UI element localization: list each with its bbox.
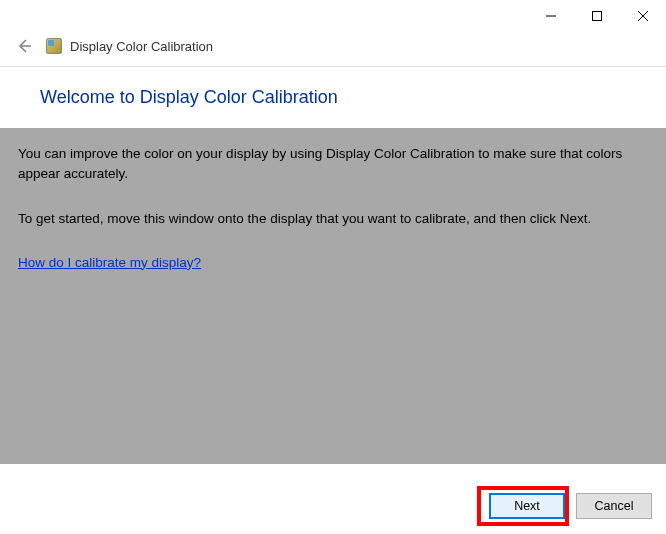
close-button[interactable]: [620, 1, 666, 31]
intro-paragraph-1: You can improve the color on your displa…: [18, 144, 648, 185]
heading-area: Welcome to Display Color Calibration: [0, 67, 666, 128]
cancel-button[interactable]: Cancel: [576, 493, 652, 519]
window-title: Display Color Calibration: [70, 39, 213, 54]
svg-rect-1: [593, 12, 602, 21]
help-link[interactable]: How do I calibrate my display?: [18, 255, 201, 270]
content-area: You can improve the color on your displa…: [0, 128, 666, 464]
title-bar: [0, 0, 666, 32]
minimize-button[interactable]: [528, 1, 574, 31]
intro-paragraph-2: To get started, move this window onto th…: [18, 209, 648, 229]
app-icon: [46, 38, 62, 54]
maximize-button[interactable]: [574, 1, 620, 31]
header-row: Display Color Calibration: [0, 32, 666, 67]
page-heading: Welcome to Display Color Calibration: [40, 87, 626, 108]
back-arrow-icon[interactable]: [14, 36, 34, 56]
footer: Next Cancel: [0, 478, 666, 534]
next-button[interactable]: Next: [489, 493, 565, 519]
